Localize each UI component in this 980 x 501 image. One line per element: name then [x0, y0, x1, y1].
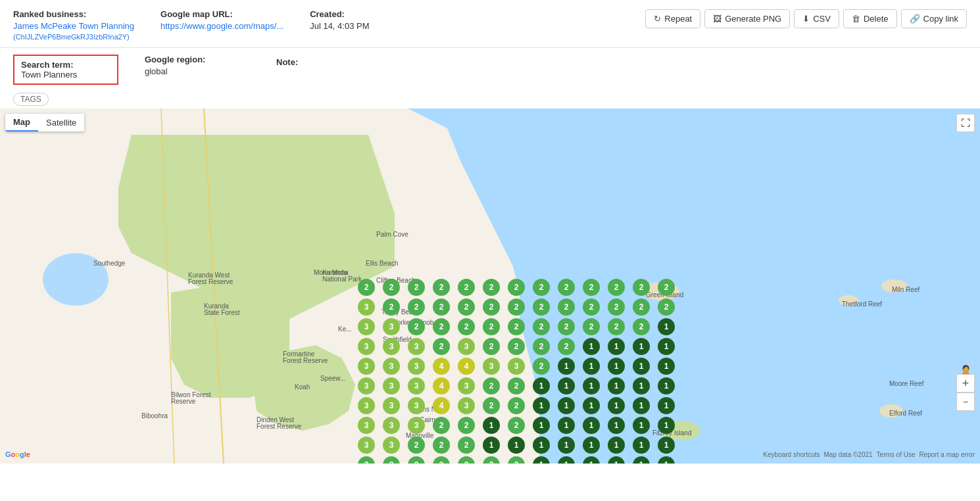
rank-dot[interactable]: 1 [658, 338, 675, 355]
rank-dot[interactable]: 2 [608, 279, 625, 296]
rank-dot[interactable]: 2 [508, 318, 525, 335]
rank-dot[interactable]: 3 [383, 417, 400, 434]
rank-dot[interactable]: 1 [633, 377, 650, 394]
rank-dot[interactable]: 2 [533, 298, 550, 316]
rank-dot[interactable]: 2 [433, 417, 450, 434]
rank-dot[interactable]: 3 [458, 338, 475, 355]
rank-dot[interactable]: 1 [608, 338, 625, 355]
rank-dot[interactable]: 3 [408, 417, 425, 434]
rank-dot[interactable]: 3 [383, 318, 400, 335]
business-name[interactable]: James McPeake Town Planning [13, 21, 134, 31]
rank-dot[interactable]: 1 [658, 417, 675, 434]
rank-dot[interactable]: 2 [458, 417, 475, 434]
report-link[interactable]: Report a map error [919, 451, 975, 458]
rank-dot[interactable]: 3 [383, 437, 400, 454]
rank-dot[interactable]: 3 [358, 338, 375, 355]
rank-dot[interactable]: 2 [408, 298, 425, 316]
rank-dot[interactable]: 1 [508, 437, 525, 454]
rank-dot[interactable]: 1 [483, 437, 500, 454]
rank-dot[interactable]: 3 [358, 358, 375, 375]
rank-dot[interactable]: 2 [408, 318, 425, 335]
rank-dot[interactable]: 1 [583, 338, 600, 355]
rank-dot[interactable]: 2 [633, 279, 650, 296]
rank-dot[interactable]: 3 [358, 318, 375, 335]
rank-dot[interactable]: 2 [483, 377, 500, 394]
rank-dot[interactable]: 1 [658, 358, 675, 375]
zoom-out-button[interactable]: − [956, 393, 975, 411]
rank-dot[interactable]: 2 [558, 338, 575, 355]
rank-dot[interactable]: 1 [558, 397, 575, 414]
rank-dot[interactable]: 3 [458, 377, 475, 394]
rank-dot[interactable]: 1 [583, 417, 600, 434]
rank-dot[interactable]: 2 [583, 279, 600, 296]
rank-dot[interactable]: 2 [508, 338, 525, 355]
rank-dot[interactable]: 2 [383, 279, 400, 296]
rank-dot[interactable]: 2 [533, 318, 550, 335]
rank-dot[interactable]: 1 [633, 417, 650, 434]
rank-dot[interactable]: 1 [608, 417, 625, 434]
rank-dot[interactable]: 2 [408, 279, 425, 296]
rank-dot[interactable]: 1 [658, 437, 675, 454]
rank-dot[interactable]: 2 [433, 298, 450, 316]
rank-dot[interactable]: 3 [483, 358, 500, 375]
rank-dot[interactable]: 2 [633, 318, 650, 335]
generate-png-button[interactable]: 🖼 Generate PNG [704, 9, 790, 28]
rank-dot[interactable]: 1 [533, 437, 550, 454]
rank-dot[interactable]: 1 [608, 377, 625, 394]
rank-dot[interactable]: 3 [358, 397, 375, 414]
keyboard-shortcuts-link[interactable]: Keyboard shortcuts [763, 451, 820, 458]
rank-dot[interactable]: 3 [408, 377, 425, 394]
rank-dot[interactable]: 2 [433, 437, 450, 454]
rank-dot[interactable]: 2 [508, 417, 525, 434]
rank-dot[interactable]: 2 [358, 279, 375, 296]
rank-dot[interactable]: 2 [508, 279, 525, 296]
rank-dot[interactable]: 3 [508, 358, 525, 375]
tags-button[interactable]: TAGS [13, 93, 49, 106]
rank-dot[interactable]: 3 [408, 338, 425, 355]
rank-dot[interactable]: 3 [358, 377, 375, 394]
rank-dot[interactable]: 3 [408, 358, 425, 375]
repeat-button[interactable]: ↻ Repeat [645, 9, 700, 28]
rank-dot[interactable]: 2 [533, 338, 550, 355]
rank-dot[interactable]: 1 [608, 437, 625, 454]
rank-dot[interactable]: 4 [433, 377, 450, 394]
rank-dot[interactable]: 3 [358, 437, 375, 454]
rank-dot[interactable]: 2 [508, 298, 525, 316]
zoom-in-button[interactable]: + [956, 374, 975, 393]
rank-dot[interactable]: 1 [658, 377, 675, 394]
rank-dot[interactable]: 1 [583, 377, 600, 394]
rank-dot[interactable]: 2 [483, 397, 500, 414]
tab-satellite[interactable]: Satellite [38, 114, 84, 131]
rank-dot[interactable]: 2 [533, 358, 550, 375]
rank-dot[interactable]: 3 [383, 377, 400, 394]
rank-dot[interactable]: 1 [533, 417, 550, 434]
google-map-url-link[interactable]: https://www.google.com/maps/... [160, 21, 283, 31]
rank-dot[interactable]: 2 [458, 318, 475, 335]
csv-button[interactable]: ⬇ CSV [794, 9, 839, 28]
rank-dot[interactable]: 2 [533, 279, 550, 296]
rank-dot[interactable]: 4 [433, 358, 450, 375]
rank-dot[interactable]: 2 [408, 437, 425, 454]
copy-link-button[interactable]: 🔗 Copy link [901, 9, 967, 28]
rank-dot[interactable]: 2 [483, 338, 500, 355]
rank-dot[interactable]: 2 [558, 298, 575, 316]
rank-dot[interactable]: 2 [483, 318, 500, 335]
tab-map[interactable]: Map [5, 114, 38, 131]
rank-dot[interactable]: 2 [608, 298, 625, 316]
terms-link[interactable]: Terms of Use [877, 451, 916, 458]
rank-dot[interactable]: 1 [583, 358, 600, 375]
rank-dot[interactable]: 1 [558, 437, 575, 454]
rank-dot[interactable]: 3 [458, 397, 475, 414]
rank-dot[interactable]: 2 [483, 279, 500, 296]
rank-dot[interactable]: 1 [633, 437, 650, 454]
rank-dot[interactable]: 3 [383, 338, 400, 355]
rank-dot[interactable]: 2 [508, 397, 525, 414]
rank-dot[interactable]: 2 [583, 318, 600, 335]
rank-dot[interactable]: 1 [608, 358, 625, 375]
fullscreen-button[interactable]: ⛶ [956, 114, 975, 132]
rank-dot[interactable]: 2 [458, 437, 475, 454]
rank-dot[interactable]: 1 [558, 377, 575, 394]
rank-dot[interactable]: 1 [583, 437, 600, 454]
rank-dot[interactable]: 1 [608, 397, 625, 414]
rank-dot[interactable]: 2 [558, 318, 575, 335]
